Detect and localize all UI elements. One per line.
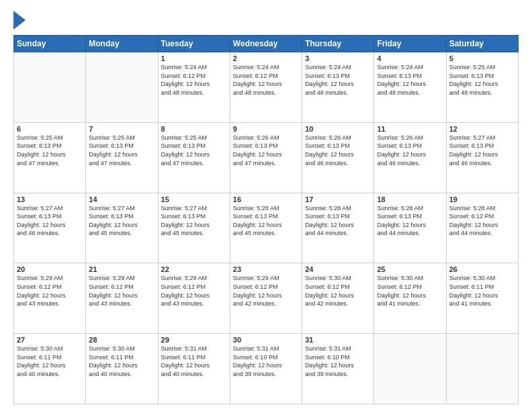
day-info: Sunrise: 5:31 AM Sunset: 6:11 PM Dayligh… — [161, 345, 227, 378]
day-number: 20 — [17, 265, 83, 273]
day-number: 21 — [89, 265, 154, 273]
calendar-cell: 30Sunrise: 5:31 AM Sunset: 6:10 PM Dayli… — [230, 334, 302, 404]
day-number: 26 — [449, 265, 515, 273]
day-number: 18 — [377, 195, 443, 203]
calendar-cell: 29Sunrise: 5:31 AM Sunset: 6:11 PM Dayli… — [158, 334, 230, 404]
header — [13, 11, 519, 30]
calendar-cell: 22Sunrise: 5:29 AM Sunset: 6:12 PM Dayli… — [158, 263, 230, 334]
day-info: Sunrise: 5:30 AM Sunset: 6:11 PM Dayligh… — [17, 345, 83, 378]
day-number: 12 — [449, 125, 515, 133]
day-info: Sunrise: 5:27 AM Sunset: 6:13 PM Dayligh… — [89, 204, 154, 238]
day-info: Sunrise: 5:24 AM Sunset: 6:12 PM Dayligh… — [233, 63, 299, 97]
day-info: Sunrise: 5:29 AM Sunset: 6:12 PM Dayligh… — [233, 274, 299, 308]
day-number: 11 — [377, 125, 443, 133]
calendar-cell: 23Sunrise: 5:29 AM Sunset: 6:12 PM Dayli… — [230, 263, 302, 334]
calendar-cell: 25Sunrise: 5:30 AM Sunset: 6:12 PM Dayli… — [374, 263, 446, 334]
day-info: Sunrise: 5:24 AM Sunset: 6:13 PM Dayligh… — [377, 63, 443, 97]
logo-icon — [13, 11, 26, 30]
day-number: 13 — [17, 195, 83, 203]
weekday-header-wednesday: Wednesday — [230, 36, 302, 52]
calendar-cell: 21Sunrise: 5:29 AM Sunset: 6:12 PM Dayli… — [86, 263, 158, 334]
calendar-cell: 18Sunrise: 5:28 AM Sunset: 6:13 PM Dayli… — [374, 193, 446, 263]
day-number: 23 — [233, 265, 299, 273]
day-info: Sunrise: 5:31 AM Sunset: 6:10 PM Dayligh… — [305, 345, 371, 378]
day-info: Sunrise: 5:30 AM Sunset: 6:12 PM Dayligh… — [377, 274, 443, 308]
page: SundayMondayTuesdayWednesdayThursdayFrid… — [0, 0, 532, 411]
calendar-cell: 17Sunrise: 5:28 AM Sunset: 6:13 PM Dayli… — [302, 193, 374, 263]
day-info: Sunrise: 5:28 AM Sunset: 6:13 PM Dayligh… — [377, 204, 443, 238]
calendar-cell: 11Sunrise: 5:26 AM Sunset: 6:13 PM Dayli… — [374, 122, 446, 193]
weekday-header-sunday: Sunday — [14, 36, 86, 52]
day-number: 14 — [89, 195, 154, 203]
week-row-1: 1Sunrise: 5:24 AM Sunset: 6:12 PM Daylig… — [14, 52, 519, 123]
day-info: Sunrise: 5:28 AM Sunset: 6:12 PM Dayligh… — [449, 204, 515, 238]
day-number: 1 — [161, 54, 227, 62]
calendar-cell: 15Sunrise: 5:27 AM Sunset: 6:13 PM Dayli… — [158, 193, 230, 263]
weekday-header-saturday: Saturday — [446, 36, 518, 52]
logo — [13, 11, 27, 30]
calendar-cell — [86, 52, 158, 123]
day-number: 10 — [305, 125, 371, 133]
calendar-cell: 8Sunrise: 5:25 AM Sunset: 6:13 PM Daylig… — [158, 122, 230, 193]
day-info: Sunrise: 5:29 AM Sunset: 6:12 PM Dayligh… — [89, 274, 154, 308]
weekday-header-tuesday: Tuesday — [158, 36, 230, 52]
calendar-cell: 20Sunrise: 5:29 AM Sunset: 6:12 PM Dayli… — [14, 263, 86, 334]
calendar-cell: 12Sunrise: 5:27 AM Sunset: 6:13 PM Dayli… — [446, 122, 518, 193]
day-info: Sunrise: 5:27 AM Sunset: 6:13 PM Dayligh… — [161, 204, 227, 238]
day-info: Sunrise: 5:26 AM Sunset: 6:13 PM Dayligh… — [233, 134, 299, 167]
week-row-2: 6Sunrise: 5:25 AM Sunset: 6:13 PM Daylig… — [14, 122, 519, 193]
day-info: Sunrise: 5:28 AM Sunset: 6:13 PM Dayligh… — [305, 204, 371, 238]
calendar-cell: 13Sunrise: 5:27 AM Sunset: 6:13 PM Dayli… — [14, 193, 86, 263]
calendar-cell: 28Sunrise: 5:30 AM Sunset: 6:11 PM Dayli… — [86, 334, 158, 404]
calendar-cell: 16Sunrise: 5:28 AM Sunset: 6:13 PM Dayli… — [230, 193, 302, 263]
day-info: Sunrise: 5:26 AM Sunset: 6:13 PM Dayligh… — [377, 134, 443, 167]
calendar-cell: 1Sunrise: 5:24 AM Sunset: 6:12 PM Daylig… — [158, 52, 230, 123]
day-info: Sunrise: 5:28 AM Sunset: 6:13 PM Dayligh… — [233, 204, 299, 238]
calendar-cell: 6Sunrise: 5:25 AM Sunset: 6:13 PM Daylig… — [14, 122, 86, 193]
day-info: Sunrise: 5:24 AM Sunset: 6:13 PM Dayligh… — [305, 63, 371, 97]
day-number: 19 — [449, 195, 515, 203]
day-info: Sunrise: 5:25 AM Sunset: 6:13 PM Dayligh… — [449, 63, 515, 97]
day-number: 25 — [377, 265, 443, 273]
weekday-header-friday: Friday — [374, 36, 446, 52]
calendar-cell: 26Sunrise: 5:30 AM Sunset: 6:11 PM Dayli… — [446, 263, 518, 334]
day-number: 16 — [233, 195, 299, 203]
day-info: Sunrise: 5:25 AM Sunset: 6:13 PM Dayligh… — [89, 134, 154, 167]
calendar-cell: 10Sunrise: 5:26 AM Sunset: 6:13 PM Dayli… — [302, 122, 374, 193]
day-number: 31 — [305, 336, 371, 344]
day-info: Sunrise: 5:25 AM Sunset: 6:13 PM Dayligh… — [161, 134, 227, 167]
weekday-header-row: SundayMondayTuesdayWednesdayThursdayFrid… — [14, 36, 519, 52]
calendar-cell — [374, 334, 446, 404]
day-number: 24 — [305, 265, 371, 273]
calendar-cell: 3Sunrise: 5:24 AM Sunset: 6:13 PM Daylig… — [302, 52, 374, 123]
day-number: 9 — [233, 125, 299, 133]
calendar-cell: 7Sunrise: 5:25 AM Sunset: 6:13 PM Daylig… — [86, 122, 158, 193]
calendar-cell — [14, 52, 86, 123]
calendar-cell: 2Sunrise: 5:24 AM Sunset: 6:12 PM Daylig… — [230, 52, 302, 123]
weekday-header-monday: Monday — [86, 36, 158, 52]
calendar-cell: 24Sunrise: 5:30 AM Sunset: 6:12 PM Dayli… — [302, 263, 374, 334]
week-row-3: 13Sunrise: 5:27 AM Sunset: 6:13 PM Dayli… — [14, 193, 519, 263]
day-info: Sunrise: 5:30 AM Sunset: 6:12 PM Dayligh… — [305, 274, 371, 308]
day-number: 8 — [161, 125, 227, 133]
day-number: 2 — [233, 54, 299, 62]
day-info: Sunrise: 5:24 AM Sunset: 6:12 PM Dayligh… — [161, 63, 227, 97]
calendar-cell: 19Sunrise: 5:28 AM Sunset: 6:12 PM Dayli… — [446, 193, 518, 263]
calendar-cell: 31Sunrise: 5:31 AM Sunset: 6:10 PM Dayli… — [302, 334, 374, 404]
day-number: 30 — [233, 336, 299, 344]
calendar-cell: 9Sunrise: 5:26 AM Sunset: 6:13 PM Daylig… — [230, 122, 302, 193]
day-number: 27 — [17, 336, 83, 344]
week-row-4: 20Sunrise: 5:29 AM Sunset: 6:12 PM Dayli… — [14, 263, 519, 334]
day-info: Sunrise: 5:25 AM Sunset: 6:13 PM Dayligh… — [17, 134, 83, 167]
day-number: 4 — [377, 54, 443, 62]
weekday-header-thursday: Thursday — [302, 36, 374, 52]
day-number: 28 — [89, 336, 154, 344]
calendar-cell: 27Sunrise: 5:30 AM Sunset: 6:11 PM Dayli… — [14, 334, 86, 404]
day-info: Sunrise: 5:27 AM Sunset: 6:13 PM Dayligh… — [17, 204, 83, 238]
week-row-5: 27Sunrise: 5:30 AM Sunset: 6:11 PM Dayli… — [14, 334, 519, 404]
day-number: 5 — [449, 54, 515, 62]
day-info: Sunrise: 5:30 AM Sunset: 6:11 PM Dayligh… — [89, 345, 154, 378]
day-number: 6 — [17, 125, 83, 133]
day-number: 17 — [305, 195, 371, 203]
day-number: 15 — [161, 195, 227, 203]
